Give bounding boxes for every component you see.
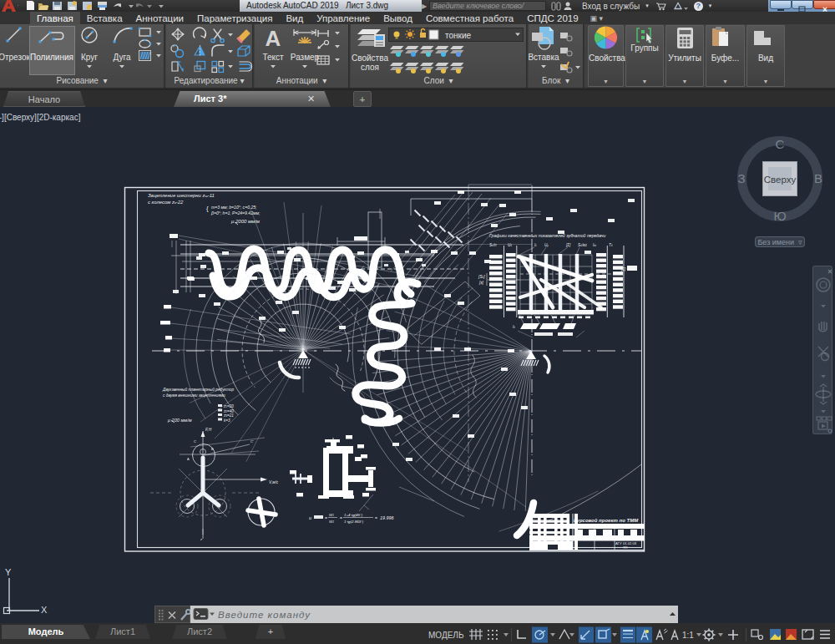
svg-text:=: = bbox=[340, 515, 342, 520]
svg-text:Введите команду: Введите команду bbox=[218, 610, 311, 620]
svg-text:Y: Y bbox=[5, 567, 12, 577]
svg-text:Вставка: Вставка bbox=[528, 53, 559, 62]
svg-text:V,м/с: V,м/с bbox=[269, 480, 279, 484]
svg-text:z3=21: z3=21 bbox=[223, 413, 234, 418]
svg-text:З: З bbox=[737, 171, 745, 185]
svg-text:lλк: lλк bbox=[593, 243, 597, 247]
svg-text:=: = bbox=[325, 515, 327, 520]
svg-text:Свойства: Свойства bbox=[352, 53, 388, 63]
svg-text:Ю: Ю bbox=[773, 209, 786, 223]
svg-text:тонкие: тонкие bbox=[445, 31, 472, 40]
svg-text:Двухзвенный планетарный редукт: Двухзвенный планетарный редуктор bbox=[162, 387, 234, 392]
svg-text:lλ: lλ bbox=[513, 324, 515, 329]
svg-text:[Σ]: [Σ] bbox=[565, 243, 571, 247]
svg-text:слоя: слоя bbox=[361, 63, 379, 72]
svg-text:ТП: ТП bbox=[623, 545, 627, 550]
svg-text:z1=20: z1=20 bbox=[223, 404, 234, 408]
svg-text:Полилиния: Полилиния bbox=[30, 53, 73, 62]
svg-text:Тб: Тб bbox=[609, 243, 613, 247]
svg-text:С: С bbox=[776, 137, 785, 151]
svg-text:Sб/εα: Sб/εα bbox=[578, 243, 587, 247]
svg-text:F,Н: F,Н bbox=[205, 428, 212, 432]
svg-text:[Sλ]: [Sλ] bbox=[478, 274, 485, 279]
svg-text:{: { bbox=[206, 205, 209, 212]
svg-text:Текст: Текст bbox=[262, 53, 284, 62]
svg-text:u: u bbox=[309, 515, 311, 520]
svg-text:Зацепление шестерни zш-11: Зацепление шестерни zш-11 bbox=[148, 193, 215, 198]
svg-text:Графики качественных показат: Графики качественных показателей зубчато… bbox=[489, 233, 605, 238]
svg-text:z: z bbox=[200, 537, 202, 541]
svg-text:1:1: 1:1 bbox=[682, 631, 694, 640]
svg-text:μ 200 мм/м: μ 200 мм/м bbox=[167, 418, 192, 423]
svg-text:Размер: Размер bbox=[291, 53, 320, 62]
svg-text:19.996: 19.996 bbox=[380, 515, 394, 520]
svg-text:1+4·tg(45°): 1+4·tg(45°) bbox=[344, 513, 363, 517]
svg-text:Uб: Uб bbox=[508, 243, 512, 247]
svg-text:Сверху: Сверху bbox=[764, 175, 797, 185]
svg-text:Курсовой проект по ТММ: Курсовой проект по ТММ bbox=[574, 518, 639, 523]
svg-text:lλ: lλ bbox=[534, 243, 537, 247]
svg-text:Отрезок: Отрезок bbox=[0, 53, 30, 62]
svg-text:Sп/п: Sп/п bbox=[489, 243, 497, 247]
svg-text:[Σ]: [Σ] bbox=[620, 267, 626, 271]
svg-text:C: C bbox=[194, 439, 197, 444]
svg-text:A: A bbox=[266, 26, 281, 51]
svg-text:C′: C′ bbox=[250, 439, 254, 444]
svg-text:с двумя внешними зацеплениями: с двумя внешними зацеплениями bbox=[163, 393, 225, 398]
svg-text:z2=40: z2=40 bbox=[223, 409, 234, 413]
svg-text:Uу: Uу bbox=[544, 243, 549, 247]
svg-text:[ε]: [ε] bbox=[478, 280, 484, 285]
svg-text:W1: W1 bbox=[329, 513, 334, 517]
svg-text:B: B bbox=[211, 447, 214, 451]
svg-text:Дуга: Дуга bbox=[114, 53, 131, 62]
svg-text:с колесом zк-22: с колесом zк-22 bbox=[148, 200, 184, 205]
svg-text:Круг: Круг bbox=[81, 53, 98, 62]
svg-text:МОДЕЛЬ: МОДЕЛЬ bbox=[428, 631, 464, 640]
svg-text:W2: W2 bbox=[329, 520, 334, 524]
svg-text:1·tg(2.863°): 1·tg(2.863°) bbox=[344, 520, 364, 524]
svg-text:В: В bbox=[814, 171, 822, 185]
svg-text:k=3: k=3 bbox=[224, 418, 230, 423]
svg-text:=: = bbox=[375, 515, 377, 520]
svg-text:A: A bbox=[187, 457, 190, 461]
svg-text:X: X bbox=[41, 605, 48, 615]
svg-text:β=0°; h=1; P=24=9.42мм;: β=0°; h=1; P=24=9.42мм; bbox=[210, 210, 261, 216]
